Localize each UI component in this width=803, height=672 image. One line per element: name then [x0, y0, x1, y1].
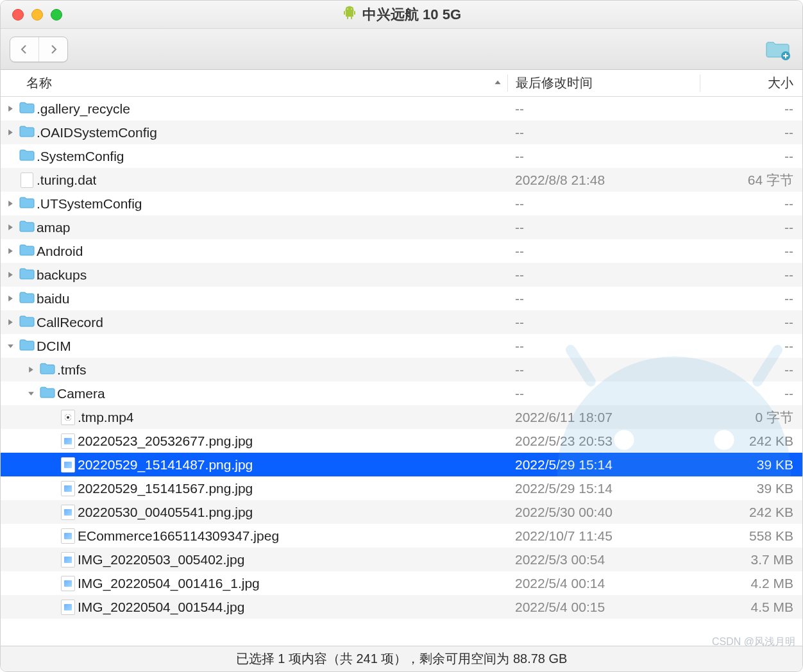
cell-date: 2022/5/30 00:40 [507, 505, 700, 520]
table-row[interactable]: DCIM---- [1, 334, 802, 358]
cell-name: .gallery_recycle [1, 100, 507, 117]
cell-size: -- [700, 315, 802, 330]
table-row[interactable]: 20220530_00405541.png.jpg2022/5/30 00:40… [1, 500, 802, 524]
folder-icon [19, 195, 35, 212]
cell-date: 2022/10/7 11:45 [507, 528, 700, 544]
disclosure-triangle-icon[interactable] [3, 319, 17, 326]
cell-size: -- [700, 362, 802, 378]
folder-icon [39, 385, 56, 402]
nav-segment [10, 37, 68, 62]
cell-name: backups [1, 266, 507, 283]
finder-window: 中兴远航 10 5G 名称 最后修 [0, 0, 803, 672]
file-name: ECommerce1665114309347.jpeg [78, 528, 279, 544]
folder-icon [19, 266, 35, 283]
cell-name: IMG_20220504_001416_1.jpg [1, 576, 507, 591]
cell-size: 39 KB [700, 481, 802, 496]
disclosure-triangle-icon[interactable] [3, 224, 17, 231]
file-name: .OAIDSystemConfig [37, 125, 157, 140]
cell-name: Camera [1, 385, 507, 402]
cell-date: -- [507, 125, 700, 140]
cell-date: 2022/5/23 20:53 [507, 433, 700, 449]
table-row[interactable]: IMG_20220504_001416_1.jpg2022/5/4 00:144… [1, 571, 802, 595]
file-name: 20220530_00405541.png.jpg [78, 505, 253, 520]
cell-size: -- [700, 125, 802, 140]
column-name[interactable]: 名称 [1, 74, 507, 92]
disclosure-triangle-icon[interactable] [3, 342, 17, 349]
table-row[interactable]: ECommerce1665114309347.jpeg2022/10/7 11:… [1, 524, 802, 548]
cell-date: -- [507, 386, 700, 401]
table-row[interactable]: .gallery_recycle---- [1, 97, 802, 121]
cell-name: IMG_20220504_001544.jpg [1, 600, 507, 615]
cell-size: -- [700, 196, 802, 212]
table-row[interactable]: 20220523_20532677.png.jpg2022/5/23 20:53… [1, 429, 802, 453]
file-name: baidu [37, 291, 69, 307]
cell-size: -- [700, 101, 802, 117]
cell-date: 2022/5/4 00:14 [507, 576, 700, 591]
table-row[interactable]: Android---- [1, 239, 802, 263]
forward-button[interactable] [39, 37, 67, 62]
table-row[interactable]: .UTSystemConfig---- [1, 192, 802, 215]
cell-date: -- [507, 149, 700, 164]
disclosure-triangle-icon[interactable] [3, 200, 17, 207]
svg-rect-0 [346, 11, 353, 17]
image-file-icon [61, 552, 75, 567]
table-row[interactable]: Camera---- [1, 382, 802, 405]
table-row[interactable]: .tmp.mp42022/6/11 18:070 字节 [1, 405, 802, 429]
table-row[interactable]: IMG_20220504_001544.jpg2022/5/4 00:154.5… [1, 595, 802, 619]
folder-icon [19, 219, 35, 236]
table-row[interactable]: .SystemConfig---- [1, 144, 802, 168]
window-title-text: 中兴远航 10 5G [362, 5, 461, 24]
image-file-icon [61, 457, 75, 473]
file-icon [21, 172, 33, 188]
file-name: 20220529_15141567.png.jpg [78, 481, 253, 496]
new-folder-button[interactable] [763, 36, 793, 63]
file-name: .UTSystemConfig [37, 196, 142, 212]
file-name: IMG_20220503_005402.jpg [78, 552, 244, 567]
status-bar: 已选择 1 项内容（共 241 项），剩余可用空间为 88.78 GB [1, 646, 802, 671]
table-row[interactable]: .turing.dat2022/8/8 21:4864 字节 [1, 168, 802, 192]
file-name: 20220529_15141487.png.jpg [78, 457, 253, 473]
cell-date: 2022/6/11 18:07 [507, 410, 700, 425]
table-row[interactable]: 20220529_15141487.png.jpg2022/5/29 15:14… [1, 453, 802, 476]
table-row[interactable]: IMG_20220503_005402.jpg2022/5/3 00:543.7… [1, 548, 802, 571]
disclosure-triangle-icon[interactable] [3, 248, 17, 255]
cell-name: Android [1, 242, 507, 260]
cell-date: 2022/8/8 21:48 [507, 172, 700, 188]
cell-size: 242 KB [700, 505, 802, 520]
column-name-label: 名称 [26, 74, 52, 92]
column-size-label: 大小 [768, 76, 793, 90]
table-row[interactable]: baidu---- [1, 287, 802, 310]
file-name: 20220523_20532677.png.jpg [78, 433, 253, 449]
back-button[interactable] [10, 37, 38, 62]
toolbar [1, 29, 802, 70]
svg-point-5 [347, 8, 348, 10]
table-row[interactable]: 20220529_15141567.png.jpg2022/5/29 15:14… [1, 476, 802, 500]
disclosure-triangle-icon[interactable] [3, 295, 17, 302]
folder-icon [39, 361, 56, 378]
disclosure-triangle-icon[interactable] [3, 271, 17, 278]
folder-icon [19, 314, 35, 331]
table-row[interactable]: amap---- [1, 215, 802, 239]
cell-name: .tmfs [1, 361, 507, 378]
disclosure-triangle-icon[interactable] [3, 105, 17, 112]
column-size[interactable]: 大小 [700, 74, 802, 92]
cell-size: 0 字节 [700, 408, 802, 426]
table-row[interactable]: .OAIDSystemConfig---- [1, 121, 802, 144]
cell-size: 558 KB [700, 528, 802, 544]
table-row[interactable]: backups---- [1, 263, 802, 287]
table-row[interactable]: CallRecord---- [1, 310, 802, 334]
disclosure-triangle-icon[interactable] [3, 129, 17, 136]
file-list[interactable]: .gallery_recycle----.OAIDSystemConfig---… [1, 97, 802, 646]
cell-name: DCIM [1, 337, 507, 355]
image-file-icon [61, 481, 75, 496]
cell-name: 20220529_15141567.png.jpg [1, 481, 507, 496]
column-date[interactable]: 最后修改时间 [507, 74, 700, 92]
disclosure-triangle-icon[interactable] [24, 390, 38, 397]
folder-icon [19, 337, 35, 355]
disclosure-triangle-icon[interactable] [24, 366, 38, 373]
table-row[interactable]: .tmfs---- [1, 358, 802, 382]
svg-rect-1 [344, 11, 345, 15]
svg-point-6 [351, 8, 352, 10]
folder-icon [19, 290, 35, 307]
cell-date: -- [507, 267, 700, 283]
